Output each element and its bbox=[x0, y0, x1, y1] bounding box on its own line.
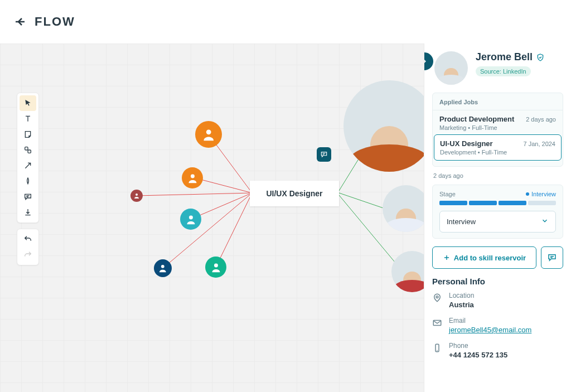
svg-point-17 bbox=[436, 296, 438, 298]
back-button[interactable] bbox=[13, 15, 27, 28]
svg-point-9 bbox=[206, 129, 211, 134]
candidate-avatar[interactable] bbox=[195, 121, 222, 148]
stage-dropdown[interactable]: Interview bbox=[439, 211, 556, 233]
email-label: Email bbox=[449, 317, 531, 325]
phone-label: Phone bbox=[449, 342, 507, 350]
panel-collapse-button[interactable] bbox=[424, 52, 433, 70]
svg-point-11 bbox=[136, 193, 138, 196]
tool-redo bbox=[20, 247, 36, 263]
candidate-avatar[interactable] bbox=[154, 259, 172, 277]
profile-header: Jerome Bell Source: LinkedIn bbox=[434, 51, 563, 85]
verified-shield-icon bbox=[536, 53, 545, 62]
center-node-label: UI/UX Designer bbox=[266, 189, 322, 198]
toolbox bbox=[17, 93, 39, 265]
job-title: Product Development bbox=[439, 115, 514, 123]
candidate-avatar[interactable] bbox=[182, 167, 203, 188]
personal-info-title: Personal Info bbox=[432, 277, 563, 286]
applied-jobs-card: Applied Jobs Product Development 2 days … bbox=[432, 93, 563, 167]
candidate-photo[interactable] bbox=[383, 185, 429, 232]
info-phone: Phone +44 1245 572 135 bbox=[432, 342, 563, 359]
tool-pointer[interactable] bbox=[20, 95, 36, 111]
chevron-down-icon bbox=[541, 217, 549, 226]
applied-job-item[interactable]: Product Development 2 days ago Marketing… bbox=[439, 115, 556, 131]
add-skill-label: Add to skill reservoir bbox=[454, 254, 526, 262]
info-email: Email jeromeBell45@email.com bbox=[432, 317, 563, 334]
tool-undo[interactable] bbox=[20, 231, 36, 247]
tool-pen[interactable] bbox=[20, 173, 36, 189]
svg-point-13 bbox=[161, 265, 164, 268]
stage-progress bbox=[439, 201, 556, 205]
flow-canvas[interactable]: UI/UX Designer bbox=[0, 43, 424, 392]
center-node[interactable]: UI/UX Designer bbox=[250, 181, 339, 206]
stage-label: Stage bbox=[439, 191, 456, 197]
applied-jobs-title: Applied Jobs bbox=[439, 99, 556, 105]
svg-rect-16 bbox=[28, 150, 31, 153]
tool-sticky-note[interactable] bbox=[20, 127, 36, 142]
tool-arrow[interactable] bbox=[20, 158, 36, 173]
job-subline: Development • Full-Time bbox=[440, 149, 555, 156]
time-ago-text: 2 days ago bbox=[433, 172, 563, 179]
candidate-avatar[interactable] bbox=[130, 190, 143, 202]
location-pin-icon bbox=[432, 293, 442, 303]
location-value: Austria bbox=[449, 301, 474, 309]
toolbox-group-history bbox=[17, 229, 39, 265]
job-subline: Marketing • Full-Time bbox=[439, 124, 556, 131]
email-value[interactable]: jeromeBell45@email.com bbox=[449, 326, 531, 334]
svg-point-14 bbox=[214, 263, 218, 267]
svg-line-2 bbox=[137, 193, 252, 196]
job-date: 7 Jan, 2024 bbox=[524, 141, 556, 147]
side-panel: Jerome Bell Source: LinkedIn Applied Job… bbox=[424, 43, 571, 392]
toolbox-group-main bbox=[17, 93, 39, 223]
candidate-avatar[interactable] bbox=[205, 257, 226, 278]
svg-line-4 bbox=[163, 193, 252, 268]
tool-text[interactable] bbox=[20, 111, 36, 127]
stage-card: Stage Interview Interview bbox=[432, 185, 563, 239]
profile-avatar bbox=[434, 51, 468, 85]
candidate-photo[interactable] bbox=[343, 80, 435, 172]
mail-icon bbox=[432, 318, 442, 328]
main-region: UI/UX Designer bbox=[0, 43, 571, 392]
job-title: UI-UX Designer bbox=[440, 139, 493, 148]
tool-comment[interactable] bbox=[20, 189, 36, 205]
location-label: Location bbox=[449, 292, 474, 299]
chat-icon-button[interactable] bbox=[317, 147, 331, 162]
svg-line-7 bbox=[339, 193, 385, 209]
tool-export[interactable] bbox=[20, 205, 36, 220]
message-button[interactable] bbox=[541, 246, 563, 269]
stage-value: Interview bbox=[526, 191, 556, 197]
profile-name: Jerome Bell bbox=[476, 51, 533, 63]
applied-job-item-selected[interactable]: UI-UX Designer 7 Jan, 2024 Development •… bbox=[434, 134, 562, 161]
stage-dropdown-value: Interview bbox=[447, 217, 476, 226]
app-header: FLOW bbox=[0, 0, 571, 43]
svg-point-10 bbox=[191, 174, 195, 178]
svg-rect-15 bbox=[25, 147, 28, 150]
add-skill-reservoir-button[interactable]: Add to skill reservoir bbox=[432, 246, 536, 269]
phone-icon bbox=[432, 343, 442, 353]
tool-shape[interactable] bbox=[20, 142, 36, 158]
page-title: FLOW bbox=[35, 14, 75, 29]
job-date: 2 days ago bbox=[526, 116, 556, 123]
candidate-avatar[interactable] bbox=[180, 209, 201, 230]
source-chip: Source: LinkedIn bbox=[476, 66, 531, 76]
phone-value: +44 1245 572 135 bbox=[449, 351, 507, 359]
svg-line-5 bbox=[216, 193, 252, 267]
profile-actions: Add to skill reservoir bbox=[432, 246, 563, 269]
info-location: Location Austria bbox=[432, 292, 563, 309]
svg-point-12 bbox=[189, 215, 193, 219]
